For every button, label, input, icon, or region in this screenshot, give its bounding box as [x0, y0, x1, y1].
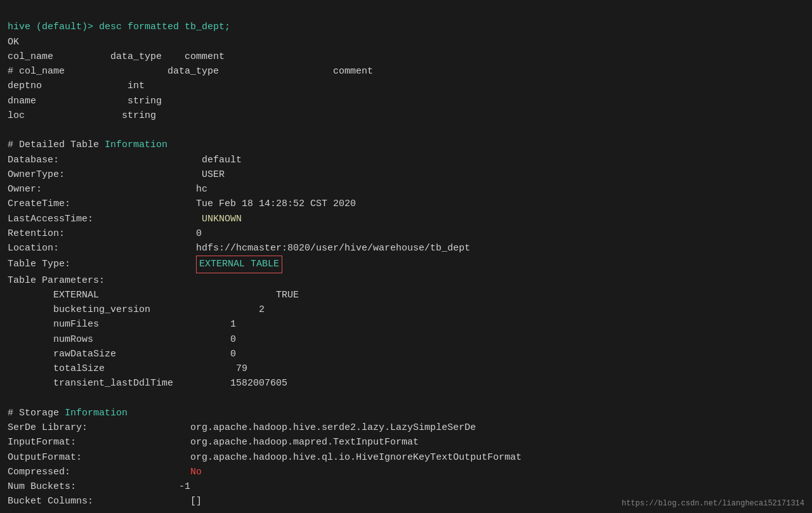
- col-dname: dname string: [8, 96, 162, 107]
- col-loc: loc string: [8, 110, 156, 121]
- header-line: col_name data_type comment: [8, 51, 225, 62]
- terminal-output: hive (default)> desc formatted tb_dept; …: [0, 0, 812, 513]
- param-numfiles: numFiles 1: [8, 319, 236, 330]
- prompt-line: hive (default)> desc formatted tb_dept;: [8, 22, 230, 32]
- param-numrows: numRows 0: [8, 334, 236, 345]
- owner-line: Owner: hc: [8, 184, 207, 195]
- database-line: Database: default: [8, 155, 242, 166]
- ownertype-line: OwnerType: USER: [8, 169, 225, 180]
- param-bucketing: bucketing_version 2: [8, 304, 265, 315]
- retention-line: Retention: 0: [8, 228, 202, 239]
- col-deptno: deptno int: [8, 81, 145, 91]
- ok-line: OK: [8, 37, 19, 48]
- location-line: Location: hdfs://hcmaster:8020/user/hive…: [8, 243, 470, 254]
- tabletype-line: Table Type: EXTERNAL TABLE: [8, 259, 282, 269]
- param-transient: transient_lastDdlTime 1582007605: [8, 378, 287, 389]
- createtime-line: CreateTime: Tue Feb 18 14:28:52 CST 2020: [8, 198, 356, 209]
- serde-line: SerDe Library: org.apache.hadoop.hive.se…: [8, 422, 476, 433]
- tableparams-label: Table Parameters:: [8, 275, 105, 286]
- lastaccesstime-line: LastAccessTime: UNKNOWN: [8, 214, 242, 224]
- storage-label: # Storage Information: [8, 408, 128, 419]
- detailed-table-label: # Detailed Table Information: [8, 140, 167, 150]
- bucketcols-line: Bucket Columns: []: [8, 496, 202, 507]
- external-table-badge: EXTERNAL TABLE: [196, 256, 282, 273]
- outputformat-line: OutputFormat: org.apache.hadoop.hive.ql.…: [8, 452, 521, 463]
- param-rawdatasize: rawDataSize 0: [8, 349, 236, 360]
- param-external: EXTERNAL TRUE: [8, 290, 299, 301]
- compressed-line: Compressed: No: [8, 467, 202, 477]
- watermark: https://blog.csdn.net/lianghecai52171314: [622, 499, 804, 508]
- hive-prompt: hive (default)> desc formatted tb_dept;: [8, 22, 230, 32]
- inputformat-line: InputFormat: org.apache.hadoop.mapred.Te…: [8, 437, 419, 448]
- col-header-line: # col_name data_type comment: [8, 66, 373, 77]
- param-totalsize: totalSize 79: [8, 363, 247, 374]
- numbuckets-line: Num Buckets: -1: [8, 481, 190, 492]
